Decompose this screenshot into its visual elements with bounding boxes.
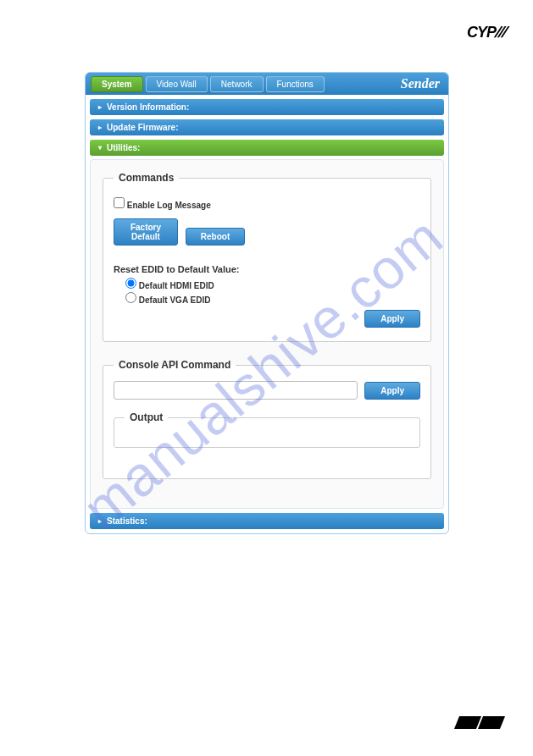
radio-default-vga[interactable] (125, 292, 136, 303)
tab-system[interactable]: System (91, 76, 143, 92)
console-apply-button[interactable]: Apply (364, 382, 420, 400)
section-label: Version Information: (107, 102, 189, 112)
section-utilities[interactable]: ▾ Utilities: (90, 140, 444, 156)
footer-decoration (455, 716, 502, 731)
utilities-content: Commands Enable Log Message Factory Defa… (90, 159, 444, 509)
console-input[interactable] (114, 381, 358, 400)
radio-vga-label: Default VGA EDID (139, 295, 211, 305)
app-title: Sender (401, 76, 440, 91)
commands-legend: Commands (114, 172, 179, 184)
tab-network[interactable]: Network (210, 76, 264, 92)
section-statistics[interactable]: ▸ Statistics: (90, 513, 444, 529)
reset-edid-label: Reset EDID to Default Value: (114, 264, 420, 274)
section-label: Update Firmware: (107, 123, 178, 132)
chevron-right-icon: ▸ (98, 517, 102, 525)
section-version[interactable]: ▸ Version Information: (90, 99, 444, 115)
output-fieldset: Output (114, 411, 420, 448)
top-nav: System Video Wall Network Functions Send… (86, 73, 448, 95)
section-update[interactable]: ▸ Update Firmware: (90, 119, 444, 135)
chevron-right-icon: ▸ (98, 103, 102, 111)
console-fieldset: Console API Command Apply Output (103, 359, 431, 479)
edid-apply-button[interactable]: Apply (364, 310, 420, 328)
main-panel: System Video Wall Network Functions Send… (85, 72, 449, 534)
brand-logo: CYP/// (467, 24, 506, 41)
commands-fieldset: Commands Enable Log Message Factory Defa… (103, 172, 431, 342)
output-legend: Output (125, 411, 168, 423)
chevron-down-icon: ▾ (98, 144, 102, 152)
radio-default-hdmi[interactable] (125, 278, 136, 289)
radio-hdmi-label: Default HDMI EDID (139, 281, 214, 290)
factory-default-button[interactable]: Factory Default (114, 218, 178, 246)
chevron-right-icon: ▸ (98, 124, 102, 131)
section-label: Statistics: (107, 516, 147, 526)
enable-log-label: Enable Log Message (127, 201, 211, 210)
tab-functions[interactable]: Functions (266, 76, 325, 92)
enable-log-checkbox[interactable] (114, 197, 125, 208)
section-label: Utilities: (107, 143, 140, 152)
console-legend: Console API Command (114, 359, 236, 371)
reboot-button[interactable]: Reboot (186, 228, 245, 246)
tab-video-wall[interactable]: Video Wall (146, 76, 208, 92)
